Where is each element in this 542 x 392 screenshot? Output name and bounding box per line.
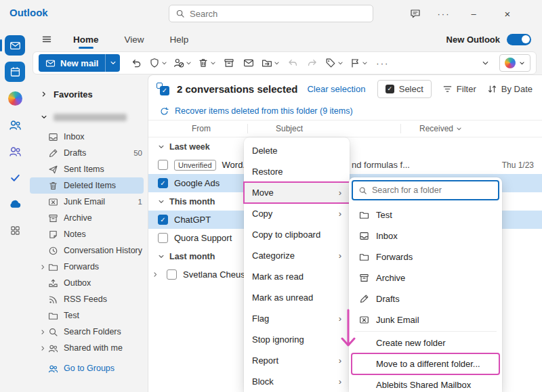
folder-rss-feeds[interactable]: RSS Feeds bbox=[30, 291, 148, 307]
undo-button[interactable] bbox=[127, 53, 145, 72]
global-search[interactable] bbox=[169, 5, 373, 22]
submenu-item-drafts[interactable]: Drafts bbox=[352, 288, 499, 309]
account-header[interactable] bbox=[30, 108, 148, 126]
report-button[interactable] bbox=[147, 53, 169, 72]
folder-shared-with-me[interactable]: Shared with me bbox=[30, 340, 148, 356]
submenu-item-move-to-different-folder[interactable]: Move to a different folder... bbox=[352, 353, 499, 374]
submenu-item-ablebits-shared-mailbox[interactable]: Ablebits Shared Mailbox bbox=[352, 374, 499, 392]
folder-drafts[interactable]: Drafts50 bbox=[30, 145, 148, 161]
rail-more-apps-button[interactable] bbox=[5, 220, 25, 240]
read-unread-button[interactable] bbox=[240, 53, 257, 72]
favorites-header[interactable]: Favorites bbox=[30, 85, 148, 103]
chevron-right-icon[interactable] bbox=[38, 264, 47, 270]
folder-conversation-history[interactable]: Conversation History bbox=[30, 242, 148, 259]
menu-item-report[interactable]: Report› bbox=[244, 350, 350, 371]
select-button[interactable]: ✓ Select bbox=[377, 80, 432, 98]
folder-archive[interactable]: Archive bbox=[30, 210, 148, 226]
shield-icon bbox=[149, 58, 160, 68]
row-checkbox[interactable] bbox=[158, 160, 168, 170]
folder-search-input[interactable] bbox=[372, 186, 493, 195]
menu-item-stop-ignoring[interactable]: Stop ignoring bbox=[244, 329, 350, 350]
clear-selection-link[interactable]: Clear selection bbox=[307, 84, 365, 94]
folder-notes[interactable]: Notes bbox=[30, 226, 148, 242]
block-button[interactable] bbox=[171, 53, 194, 72]
row-checkbox[interactable] bbox=[158, 233, 168, 243]
row-checkbox[interactable] bbox=[167, 269, 177, 280]
submenu-item-test[interactable]: Test bbox=[352, 204, 499, 225]
categorize-button[interactable] bbox=[323, 53, 346, 72]
inbox-icon bbox=[358, 231, 369, 241]
submenu-item-create-new-folder[interactable]: Create new folder bbox=[352, 332, 499, 353]
menu-item-copy[interactable]: Copy› bbox=[244, 203, 350, 224]
menu-item-block[interactable]: Block› bbox=[244, 371, 350, 392]
chevron-right-icon[interactable] bbox=[38, 329, 47, 335]
menu-divider bbox=[354, 331, 497, 332]
sort-button[interactable]: By Date bbox=[487, 84, 533, 94]
submenu-item-archive[interactable]: Archive bbox=[352, 267, 499, 288]
rail-copilot-button[interactable] bbox=[5, 88, 25, 108]
menu-item-restore[interactable]: Restore bbox=[244, 161, 350, 182]
select-all-checkbox[interactable]: ✓ bbox=[157, 83, 170, 95]
delete-button[interactable] bbox=[196, 53, 218, 72]
tab-view[interactable]: View bbox=[123, 30, 146, 49]
menu-item-categorize[interactable]: Categorize› bbox=[244, 245, 350, 266]
minimize-button[interactable]: – bbox=[463, 5, 484, 22]
rail-onedrive-button[interactable] bbox=[5, 194, 25, 214]
titlebar-more-button[interactable]: ··· bbox=[434, 5, 454, 22]
go-to-groups-link[interactable]: Go to Groups bbox=[30, 360, 148, 376]
new-mail-main[interactable]: New mail bbox=[39, 54, 105, 72]
rail-todo-button[interactable] bbox=[5, 167, 25, 188]
feedback-button[interactable] bbox=[405, 5, 425, 22]
folder-search-box[interactable] bbox=[352, 180, 499, 200]
folder-inbox[interactable]: Inbox bbox=[30, 129, 148, 145]
row-checkbox[interactable]: ✓ bbox=[158, 178, 168, 188]
folder-search-folders[interactable]: Search Folders bbox=[30, 324, 148, 340]
row-checkbox[interactable]: ✓ bbox=[158, 215, 168, 225]
folder-deleted-items[interactable]: Deleted Items bbox=[30, 177, 144, 194]
rail-groups-button[interactable] bbox=[5, 141, 25, 161]
column-subject[interactable]: Subject bbox=[276, 124, 303, 133]
flag-button[interactable] bbox=[348, 53, 370, 72]
submenu-item-junk-email[interactable]: Junk Email bbox=[352, 309, 499, 330]
copilot-icon bbox=[505, 58, 516, 68]
copilot-button[interactable] bbox=[499, 54, 530, 72]
rail-mail-button[interactable] bbox=[5, 35, 25, 56]
column-from[interactable]: From bbox=[192, 124, 211, 133]
folder-junk-email[interactable]: Junk Email1 bbox=[30, 194, 148, 210]
new-mail-button[interactable]: New mail bbox=[39, 54, 120, 72]
filter-button[interactable]: Filter bbox=[442, 84, 476, 94]
tab-home[interactable]: Home bbox=[72, 30, 100, 49]
menu-item-mark-as-unread[interactable]: Mark as unread bbox=[244, 287, 350, 308]
menu-item-mark-as-read[interactable]: Mark as read bbox=[244, 266, 350, 287]
folder-test[interactable]: Test bbox=[30, 307, 148, 324]
move-to-button[interactable] bbox=[259, 53, 282, 72]
recover-items-link[interactable]: Recover items deleted from this folder (… bbox=[148, 102, 542, 120]
folder-outbox[interactable]: Outbox bbox=[30, 275, 148, 291]
search-input[interactable] bbox=[190, 9, 367, 19]
submenu-item-forwards[interactable]: Forwards bbox=[352, 246, 499, 267]
chevron-right-icon[interactable] bbox=[38, 345, 47, 351]
menu-item-move[interactable]: Move› bbox=[244, 182, 350, 203]
menu-item-flag[interactable]: Flag› bbox=[244, 308, 350, 329]
rail-calendar-button[interactable] bbox=[5, 62, 25, 82]
menu-item-delete[interactable]: Delete bbox=[244, 140, 350, 161]
hamburger-button[interactable] bbox=[37, 30, 57, 48]
submenu-item-inbox[interactable]: Inbox bbox=[352, 225, 499, 246]
menu-item-copy-to-clipboard[interactable]: Copy to clipboard bbox=[244, 224, 350, 245]
sender-name: Google Ads bbox=[174, 178, 220, 188]
sort-label: By Date bbox=[501, 84, 533, 94]
rail-people-button[interactable] bbox=[5, 114, 25, 135]
more-commands-button[interactable]: ··· bbox=[372, 53, 393, 72]
archive-button[interactable] bbox=[220, 53, 238, 72]
recover-link-text: Recover items deleted from this folder (… bbox=[175, 106, 353, 116]
close-button[interactable]: × bbox=[497, 5, 518, 22]
toolbar-overflow-button[interactable] bbox=[476, 53, 494, 72]
menubar: Home View Help New Outlook bbox=[30, 27, 542, 51]
new-mail-dropdown[interactable] bbox=[105, 54, 120, 72]
tab-help[interactable]: Help bbox=[169, 30, 190, 49]
expand-conversation-chevron[interactable] bbox=[152, 271, 161, 278]
column-received[interactable]: Received bbox=[419, 124, 462, 133]
folder-sent-items[interactable]: Sent Items bbox=[30, 161, 148, 177]
folder-forwards[interactable]: Forwards bbox=[30, 259, 148, 275]
new-outlook-toggle[interactable] bbox=[507, 34, 531, 45]
